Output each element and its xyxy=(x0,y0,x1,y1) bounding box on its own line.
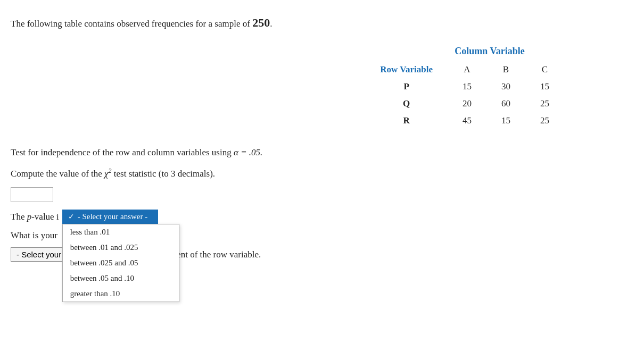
chi-statistic-input[interactable] xyxy=(11,188,53,202)
col-header-C: C xyxy=(525,61,564,78)
cell-P-C: 15 xyxy=(525,78,564,95)
select-your-label: - Select your xyxy=(16,250,61,259)
chi-statistic-input-container[interactable] xyxy=(11,187,53,202)
alpha-symbol: α = .05. xyxy=(234,147,262,157)
dropdown-item-2[interactable]: between .01 and .025 xyxy=(63,240,179,255)
cell-R-C: 25 xyxy=(525,112,564,129)
what-is-your-label: What is your xyxy=(11,230,57,241)
dropdown-item-1[interactable]: less than .01 xyxy=(63,224,179,240)
p-value-dropdown-container[interactable]: ✓ - Select your answer - less than .01 b… xyxy=(62,210,158,224)
chi-text: Compute the value of the xyxy=(11,169,102,179)
cell-Q-C: 25 xyxy=(525,95,564,112)
frequency-table: Row Variable A B C P 15 30 15 Q 20 60 25… xyxy=(365,61,564,129)
row-variable-header: Row Variable xyxy=(365,61,448,78)
cell-P-A: 15 xyxy=(448,78,486,95)
p-value-dropdown-selected[interactable]: ✓ - Select your answer - xyxy=(62,210,158,224)
dropdown-item-3[interactable]: between .025 and .05 xyxy=(63,255,179,271)
p-value-row: The p-value i ✓ - Select your answer - l… xyxy=(11,210,628,224)
col-header-B: B xyxy=(486,61,525,78)
intro-before: The following table contains observed fr… xyxy=(11,19,252,29)
table-row: P 15 30 15 xyxy=(365,78,564,95)
table-row: Q 20 60 25 xyxy=(365,95,564,112)
chi-symbol: χ2 xyxy=(104,169,114,179)
p-value-label: The p-value i xyxy=(11,210,59,224)
p-value-dropdown-list[interactable]: less than .01 between .01 and .025 betwe… xyxy=(62,224,179,302)
cell-P-B: 30 xyxy=(486,78,525,95)
independence-instruction: Test for independence of the row and col… xyxy=(11,145,628,160)
column-variable-label: Column Variable xyxy=(415,46,564,57)
intro-text: The following table contains observed fr… xyxy=(11,16,628,30)
cell-R-A: 45 xyxy=(448,112,486,129)
dropdown-item-5[interactable]: greater than .10 xyxy=(63,286,179,302)
cell-Q-A: 20 xyxy=(448,95,486,112)
chi-text2: test statistic (to 3 decimals). xyxy=(114,169,215,179)
checkmark-icon: ✓ xyxy=(68,212,75,221)
cell-Q-B: 60 xyxy=(486,95,525,112)
table-row: R 45 15 25 xyxy=(365,112,564,129)
independence-text: Test for independence of the row and col… xyxy=(11,147,232,157)
dropdown-item-4[interactable]: between .05 and .10 xyxy=(63,271,179,286)
chi-instruction: Compute the value of the χ2 test statist… xyxy=(11,166,628,181)
intro-after: . xyxy=(270,19,272,29)
row-label-R: R xyxy=(365,112,448,129)
row-label-Q: Q xyxy=(365,95,448,112)
frequency-table-section: Column Variable Row Variable A B C P 15 … xyxy=(11,46,564,129)
sample-size: 250 xyxy=(252,16,270,29)
col-header-A: A xyxy=(448,61,486,78)
row-label-P: P xyxy=(365,78,448,95)
cell-R-B: 15 xyxy=(486,112,525,129)
dropdown-selected-label: - Select your answer - xyxy=(78,212,148,221)
